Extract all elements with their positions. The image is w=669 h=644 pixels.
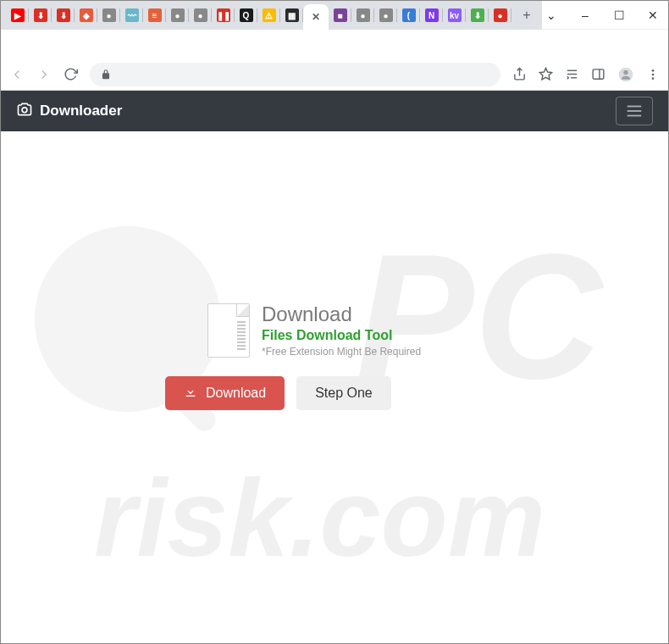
download-heading: Download bbox=[262, 303, 421, 326]
globe-5-favicon-icon: ● bbox=[379, 8, 393, 22]
download-icon bbox=[184, 385, 197, 402]
svg-point-9 bbox=[652, 69, 655, 72]
tab-globe-1[interactable]: ● bbox=[97, 3, 120, 27]
svg-rect-5 bbox=[593, 69, 604, 79]
record-favicon-icon: ● bbox=[494, 8, 507, 22]
bookmark-icon[interactable] bbox=[539, 67, 553, 81]
step-one-button-label: Step One bbox=[315, 386, 373, 401]
step-one-button[interactable]: Step One bbox=[296, 376, 391, 410]
tab-dark-pattern[interactable]: ▦ bbox=[280, 3, 303, 27]
wave-favicon-icon: 〰 bbox=[125, 8, 139, 22]
tab-globe-3[interactable]: ● bbox=[189, 3, 212, 27]
active-close-favicon-icon: ✕ bbox=[309, 10, 323, 24]
new-tab-button[interactable]: + bbox=[517, 5, 537, 25]
download-button-label: Download bbox=[206, 386, 266, 401]
reading-list-icon[interactable] bbox=[565, 67, 579, 81]
globe-4-favicon-icon: ● bbox=[357, 8, 370, 22]
globe-3-favicon-icon: ● bbox=[194, 8, 207, 22]
tab-pause[interactable]: ❚❚ bbox=[212, 3, 235, 27]
download-red-1-favicon-icon: ⬇ bbox=[34, 8, 47, 22]
window-dropdown-icon[interactable]: ⌄ bbox=[543, 8, 560, 22]
hamburger-button[interactable] bbox=[616, 97, 653, 125]
tab-n-purple[interactable]: N bbox=[420, 3, 443, 27]
reload-button[interactable] bbox=[64, 67, 78, 81]
camera-icon bbox=[16, 101, 33, 122]
page-content: Downloader PC risk.com Download Files D bbox=[1, 91, 668, 643]
youtube-favicon-icon: ▶ bbox=[11, 8, 25, 22]
shield-favicon-icon: ◆ bbox=[80, 8, 93, 22]
tab-wave[interactable]: 〰 bbox=[120, 3, 143, 27]
pause-favicon-icon: ❚❚ bbox=[217, 8, 230, 22]
download-subheading: Files Download Tool bbox=[262, 328, 421, 343]
tab-bars[interactable]: ≡ bbox=[143, 3, 166, 27]
tab-download-red-1[interactable]: ⬇ bbox=[29, 3, 52, 27]
app-brand-label: Downloader bbox=[40, 103, 122, 119]
tab-globe-2[interactable]: ● bbox=[166, 3, 189, 27]
tab-purple[interactable]: ■ bbox=[329, 3, 351, 27]
svg-point-12 bbox=[22, 107, 27, 112]
window-maximize-icon[interactable]: ☐ bbox=[611, 8, 628, 22]
svg-point-11 bbox=[652, 77, 655, 80]
q-icon-favicon-icon: Q bbox=[240, 8, 253, 22]
crescent-favicon-icon: ( bbox=[402, 8, 416, 22]
dark-pattern-favicon-icon: ▦ bbox=[285, 8, 299, 22]
share-icon[interactable] bbox=[512, 67, 527, 81]
tab-globe-4[interactable]: ● bbox=[351, 3, 374, 27]
svg-rect-20 bbox=[186, 396, 196, 397]
svg-text:risk.com: risk.com bbox=[94, 457, 545, 579]
center-panel: Download Files Download Tool *Free Exten… bbox=[165, 303, 504, 410]
tab-youtube[interactable]: ▶ bbox=[6, 3, 29, 27]
side-panel-icon[interactable] bbox=[591, 67, 605, 81]
tab-shield[interactable]: ◆ bbox=[75, 3, 97, 27]
window-close-icon[interactable]: ✕ bbox=[644, 8, 661, 22]
tab-warning[interactable]: ⚠ bbox=[257, 3, 280, 27]
download-button[interactable]: Download bbox=[165, 376, 285, 410]
profile-icon[interactable] bbox=[617, 66, 634, 83]
more-icon[interactable] bbox=[646, 68, 660, 81]
globe-1-favicon-icon: ● bbox=[102, 8, 116, 22]
window-minimize-icon[interactable]: – bbox=[577, 8, 594, 22]
n-purple-favicon-icon: N bbox=[425, 8, 439, 22]
warning-favicon-icon: ⚠ bbox=[263, 8, 276, 22]
tab-record[interactable]: ● bbox=[489, 3, 511, 27]
back-button[interactable] bbox=[9, 67, 25, 82]
zip-file-icon bbox=[207, 303, 250, 358]
svg-point-8 bbox=[623, 69, 628, 74]
download-red-2-favicon-icon: ⬇ bbox=[57, 8, 70, 22]
tab-strip: ▶⬇⬇◆●〰≡●●❚❚Q⚠▦✕■●●(Nkv⬇●+ bbox=[1, 1, 542, 30]
app-navbar: Downloader bbox=[1, 91, 668, 131]
forward-button[interactable] bbox=[36, 67, 52, 82]
tab-download-green[interactable]: ⬇ bbox=[466, 3, 489, 27]
svg-marker-1 bbox=[539, 68, 551, 79]
tab-globe-5[interactable]: ● bbox=[374, 3, 397, 27]
download-note: *Free Extension Might Be Required bbox=[262, 346, 421, 358]
app-brand[interactable]: Downloader bbox=[16, 101, 122, 122]
url-bar[interactable] bbox=[90, 63, 500, 86]
tab-kv[interactable]: kv bbox=[443, 3, 466, 27]
tab-q-icon[interactable]: Q bbox=[235, 3, 257, 27]
svg-point-10 bbox=[652, 73, 655, 75]
tab-active-close[interactable]: ✕ bbox=[303, 4, 329, 30]
kv-favicon-icon: kv bbox=[448, 8, 462, 22]
purple-favicon-icon: ■ bbox=[334, 8, 347, 22]
globe-2-favicon-icon: ● bbox=[171, 8, 185, 22]
tab-crescent[interactable]: ( bbox=[397, 3, 420, 27]
browser-toolbar bbox=[1, 58, 668, 91]
download-green-favicon-icon: ⬇ bbox=[471, 8, 484, 22]
bars-favicon-icon: ≡ bbox=[148, 8, 162, 22]
tab-download-red-2[interactable]: ⬇ bbox=[52, 3, 75, 27]
lock-icon bbox=[100, 69, 112, 80]
